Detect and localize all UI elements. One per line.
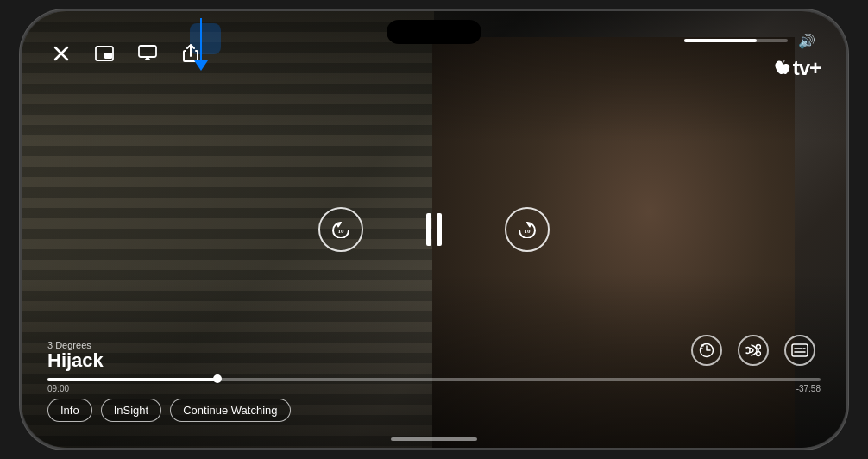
top-right-area: 🔊 tv+ [684, 27, 821, 80]
progress-area: 09:00 -37:58 [47, 378, 821, 393]
volume-area: 🔊 [684, 27, 821, 54]
show-subtitle: 3 Degrees [47, 340, 821, 350]
skip-back-button[interactable]: 10 [318, 207, 363, 252]
info-button[interactable]: Info [47, 399, 92, 422]
tv-text: tv+ [793, 56, 821, 80]
svg-rect-4 [139, 46, 156, 57]
top-left-controls [47, 40, 204, 67]
progress-fill [47, 378, 217, 381]
svg-text:10: 10 [338, 228, 345, 235]
svg-text:10: 10 [525, 228, 531, 235]
show-title-area: 3 Degrees Hijack [47, 340, 821, 371]
insight-button[interactable]: InSight [101, 399, 161, 422]
blue-arrow-indicator [194, 18, 208, 71]
phone-frame: 🔊 tv+ 10 [20, 9, 848, 450]
progress-bar-track[interactable] [47, 378, 821, 381]
pause-bar-left [426, 213, 431, 246]
controls-layer: 🔊 tv+ 10 [22, 11, 846, 448]
action-buttons: Info InSight Continue Watching [47, 399, 821, 422]
volume-bar[interactable] [684, 39, 788, 42]
close-button[interactable] [47, 40, 75, 67]
remaining-time: -37:58 [796, 384, 821, 393]
skip-forward-button[interactable]: 10 [505, 207, 550, 252]
appletv-logo: tv+ [771, 56, 821, 80]
airplay-button[interactable] [134, 40, 161, 67]
current-time: 09:00 [47, 384, 69, 393]
volume-fill [684, 39, 757, 42]
progress-thumb [213, 374, 222, 383]
arrow-head [194, 60, 208, 71]
bottom-section: 3 Degrees Hijack 09:00 -37:58 Info [47, 340, 821, 422]
dynamic-island [387, 20, 481, 44]
pause-button[interactable] [415, 211, 453, 248]
arrow-line [200, 18, 202, 61]
pause-bar-right [437, 213, 442, 246]
side-button-right [846, 132, 848, 201]
show-title: Hijack [47, 350, 821, 371]
svg-rect-3 [104, 53, 112, 59]
time-row: 09:00 -37:58 [47, 384, 821, 393]
side-button-left [20, 115, 22, 158]
volume-icon[interactable]: 🔊 [793, 27, 821, 54]
center-controls: 10 10 [318, 207, 550, 252]
continue-watching-button[interactable]: Continue Watching [170, 399, 290, 422]
home-indicator [391, 437, 477, 441]
pip-button[interactable] [91, 40, 118, 67]
